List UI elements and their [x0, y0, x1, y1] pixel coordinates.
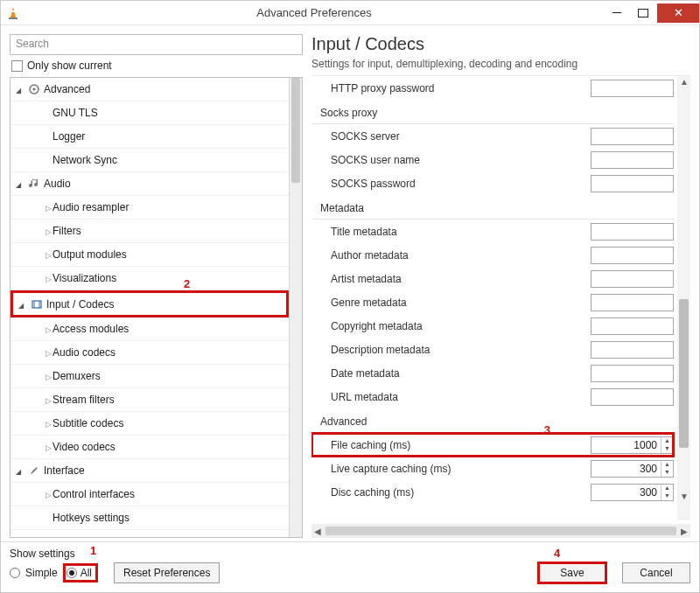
- tree-item[interactable]: Output modules: [10, 243, 289, 267]
- tree-item[interactable]: Logger: [10, 125, 289, 149]
- group-header: Metadata: [312, 197, 674, 220]
- tree-item[interactable]: Video codecs: [10, 436, 289, 459]
- chevron-down-icon[interactable]: [14, 84, 23, 94]
- setting-label: Genre metadata: [331, 296, 591, 309]
- tree-item-label: Audio codecs: [52, 346, 116, 359]
- setting-row: Artist metadata: [312, 267, 674, 290]
- tree-item[interactable]: Hotkeys settings: [10, 506, 289, 530]
- chevron-right-icon[interactable]: [44, 489, 52, 499]
- text-input[interactable]: [591, 388, 674, 406]
- tree-item-label: Logger: [52, 130, 85, 143]
- tree-item[interactable]: Subtitle codecs: [10, 412, 289, 436]
- setting-label: SOCKS password: [331, 178, 591, 190]
- chevron-right-icon[interactable]: [44, 418, 52, 429]
- tree-item[interactable]: Audio codecs: [10, 341, 289, 365]
- tree-item[interactable]: Interface: [10, 459, 289, 483]
- only-show-current-checkbox[interactable]: [11, 60, 23, 72]
- page-subtitle: Settings for input, demultiplexing, deco…: [312, 58, 690, 70]
- setting-label: Disc caching (ms): [331, 486, 591, 499]
- text-input[interactable]: [591, 80, 674, 97]
- titlebar: Advanced Preferences: [1, 1, 699, 25]
- annotation-3: 3: [544, 423, 550, 436]
- spinner[interactable]: ▲▼: [661, 437, 673, 453]
- chevron-right-icon[interactable]: [44, 371, 52, 381]
- tree-item-label: Subtitle codecs: [52, 417, 123, 429]
- tree-item[interactable]: Advanced: [10, 78, 289, 101]
- tree-item-label: GNU TLS: [52, 107, 98, 119]
- text-input[interactable]: [591, 247, 674, 264]
- radio-all[interactable]: [66, 568, 77, 578]
- chevron-right-icon[interactable]: [44, 324, 52, 334]
- settings-scrollbar[interactable]: ▲ ▼: [677, 76, 690, 520]
- setting-label: File caching (ms): [331, 439, 591, 451]
- chevron-right-icon[interactable]: [44, 273, 52, 283]
- chevron-right-icon[interactable]: [44, 202, 52, 213]
- text-input[interactable]: [591, 175, 674, 192]
- settings-h-scrollbar[interactable]: ◀▶: [312, 524, 690, 538]
- text-input[interactable]: [591, 128, 674, 145]
- preferences-tree[interactable]: AdvancedGNU TLSLoggerNetwork SyncAudioAu…: [10, 78, 289, 537]
- tree-item-label: Video codecs: [52, 441, 116, 453]
- text-input[interactable]: [591, 294, 674, 311]
- minimize-button[interactable]: [605, 3, 629, 23]
- cancel-button[interactable]: Cancel: [622, 562, 690, 583]
- tree-item[interactable]: Input / Codecs: [10, 290, 289, 317]
- chevron-right-icon[interactable]: [44, 442, 52, 452]
- chevron-right-icon[interactable]: [44, 226, 52, 236]
- number-input[interactable]: 300▲▼: [591, 460, 674, 478]
- setting-label: SOCKS server: [331, 130, 591, 143]
- tree-item[interactable]: GNU TLS: [10, 101, 289, 125]
- film-icon: [29, 298, 45, 310]
- search-input[interactable]: Search: [10, 34, 303, 55]
- tree-item[interactable]: Filters: [10, 220, 289, 243]
- number-value: 300: [592, 486, 661, 499]
- setting-row: Disc caching (ms)300▲▼: [312, 480, 674, 504]
- setting-label: SOCKS user name: [331, 154, 591, 166]
- tree-scrollbar[interactable]: [289, 78, 302, 537]
- setting-row: HTTP proxy password: [312, 76, 674, 100]
- tree-item[interactable]: Control interfaces: [10, 483, 289, 506]
- setting-label: Title metadata: [331, 226, 591, 238]
- close-button[interactable]: [657, 3, 699, 23]
- setting-row: SOCKS server: [312, 124, 674, 148]
- page-title: Input / Codecs: [312, 34, 690, 54]
- tree-item[interactable]: Visualizations: [10, 267, 289, 290]
- tree-item-label: Audio: [44, 178, 71, 190]
- spinner[interactable]: ▲▼: [661, 461, 673, 477]
- tree-item[interactable]: Access modules: [10, 317, 289, 341]
- chevron-right-icon[interactable]: [44, 394, 52, 405]
- text-input[interactable]: [591, 223, 674, 241]
- reset-preferences-button[interactable]: Reset Preferences: [114, 562, 220, 583]
- text-input[interactable]: [591, 270, 674, 288]
- tree-item-label: Filters: [52, 225, 81, 237]
- setting-row: URL metadata: [312, 385, 674, 408]
- window-title: Advanced Preferences: [25, 6, 603, 19]
- save-button[interactable]: Save: [538, 562, 606, 583]
- svg-point-4: [32, 87, 35, 90]
- spinner[interactable]: ▲▼: [661, 485, 673, 500]
- tree-item[interactable]: Audio resampler: [10, 196, 289, 220]
- tree-item[interactable]: Stream filters: [10, 388, 289, 412]
- chevron-right-icon[interactable]: [44, 347, 52, 358]
- number-input[interactable]: 300▲▼: [591, 484, 674, 501]
- text-input[interactable]: [591, 317, 674, 335]
- setting-label: Author metadata: [331, 249, 591, 262]
- tree-item-label: Control interfaces: [52, 488, 135, 500]
- chevron-down-icon[interactable]: [17, 299, 25, 310]
- tree-item[interactable]: Audio: [10, 172, 289, 196]
- maximize-button[interactable]: [631, 3, 655, 23]
- chevron-down-icon[interactable]: [14, 178, 23, 189]
- svg-rect-2: [9, 17, 18, 19]
- text-input[interactable]: [591, 151, 674, 169]
- chevron-right-icon[interactable]: [44, 249, 52, 260]
- chevron-down-icon[interactable]: [14, 465, 23, 476]
- tree-item[interactable]: Network Sync: [10, 149, 289, 172]
- text-input[interactable]: [591, 341, 674, 359]
- tree-item[interactable]: Demuxers: [10, 365, 289, 388]
- number-input[interactable]: 1000▲▼: [591, 436, 674, 454]
- radio-simple[interactable]: [10, 568, 20, 578]
- brush-icon: [26, 464, 42, 477]
- annotation-2: 2: [184, 277, 190, 290]
- text-input[interactable]: [591, 365, 674, 382]
- annotation-1: 1: [90, 544, 96, 557]
